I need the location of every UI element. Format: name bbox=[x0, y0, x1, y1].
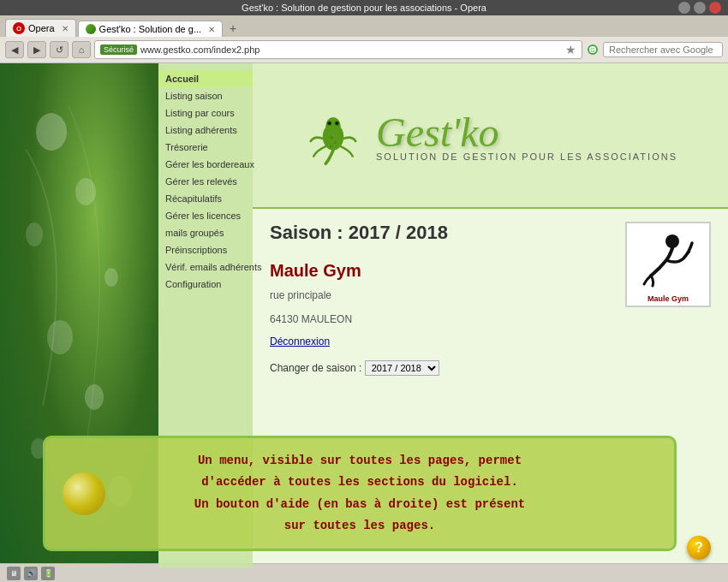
gecko-logo bbox=[303, 105, 363, 165]
sidebar-item-recapitulatifs[interactable]: Récapitulatifs bbox=[158, 190, 253, 207]
sidebar-item-configuration[interactable]: Configuration bbox=[158, 276, 253, 293]
svg-point-3 bbox=[104, 268, 118, 287]
season-select[interactable]: 2017 / 2018 bbox=[365, 360, 439, 376]
club-city: 64130 MAULEON bbox=[270, 312, 711, 327]
secure-badge: Sécurisé bbox=[100, 45, 137, 55]
bookmark-star[interactable]: ★ bbox=[565, 43, 576, 56]
gestko-favicon bbox=[86, 24, 96, 34]
home-button[interactable]: ⌂ bbox=[72, 41, 91, 58]
sidebar-item-listing-adherents[interactable]: Listing adhérents bbox=[158, 122, 253, 139]
sidebar-item-listing-saison[interactable]: Listing saison bbox=[158, 87, 253, 104]
svg-point-9 bbox=[325, 117, 341, 135]
sidebar-item-gerer-releves[interactable]: Gérer les relevés bbox=[158, 173, 253, 190]
title-bar: Gest'ko : Solution de gestion pour les a… bbox=[0, 0, 728, 15]
svg-point-16 bbox=[330, 146, 332, 148]
svg-point-4 bbox=[47, 320, 73, 354]
svg-point-0 bbox=[36, 113, 67, 151]
help-overlay: Un menu, visible sur toutes les pages, p… bbox=[43, 436, 677, 551]
tab-opera[interactable]: O Opera ✕ bbox=[5, 19, 76, 37]
window-controls bbox=[678, 2, 721, 14]
sidebar-item-preinscriptions[interactable]: Préinscriptions bbox=[158, 241, 253, 258]
sidebar-item-verif-emails[interactable]: Vérif. emails adhérents bbox=[158, 258, 253, 276]
sidebar-item-listing-cours[interactable]: Listing par cours bbox=[158, 104, 253, 122]
search-container: G bbox=[586, 42, 723, 57]
tab-gestko-label: Gest'ko : Solution de g... bbox=[99, 24, 202, 34]
new-tab-button[interactable]: + bbox=[224, 20, 242, 37]
sidebar-item-gerer-bordereaux[interactable]: Gérer les bordereaux bbox=[158, 156, 253, 173]
header: Gest'ko SOLUTION DE GESTION POUR LES ASS… bbox=[253, 63, 728, 209]
tab-bar: O Opera ✕ Gest'ko : Solution de g... ✕ + bbox=[0, 15, 728, 37]
tab-opera-close[interactable]: ✕ bbox=[62, 24, 69, 33]
address-bar-container: Sécurisé ★ bbox=[94, 40, 582, 59]
battery-icon[interactable]: 🔋 bbox=[41, 567, 55, 580]
speaker-icon[interactable]: 🔊 bbox=[24, 567, 38, 580]
address-bar[interactable] bbox=[140, 45, 562, 55]
monitor-icon[interactable]: 🖥 bbox=[7, 567, 21, 580]
svg-point-12 bbox=[328, 122, 331, 125]
maximize-button[interactable] bbox=[694, 2, 706, 14]
app-subtitle: SOLUTION DE GESTION POUR LES ASSOCIATION… bbox=[376, 151, 677, 162]
gymnast-svg bbox=[634, 226, 702, 294]
reload-button[interactable]: ↺ bbox=[50, 41, 69, 58]
app-title: Gest'ko bbox=[376, 109, 677, 156]
svg-point-17 bbox=[665, 235, 679, 248]
club-logo: Maule Gym bbox=[625, 222, 711, 307]
sidebar-item-gerer-licences[interactable]: Gérer les licences bbox=[158, 207, 253, 224]
svg-point-15 bbox=[334, 141, 337, 144]
svg-point-5 bbox=[85, 384, 104, 410]
search-engine-icon: G bbox=[586, 43, 600, 56]
help-button[interactable]: ? bbox=[687, 536, 711, 560]
back-button[interactable]: ◀ bbox=[5, 41, 24, 58]
club-logo-label: Maule Gym bbox=[647, 294, 689, 303]
logo-area: Gest'ko SOLUTION DE GESTION POUR LES ASS… bbox=[303, 105, 677, 165]
forward-button[interactable]: ▶ bbox=[27, 41, 46, 58]
status-bar: 🖥 🔊 🔋 bbox=[0, 563, 728, 582]
help-orb bbox=[63, 472, 105, 515]
change-season-label: Changer de saison : bbox=[270, 362, 361, 374]
sidebar-item-tresorerie[interactable]: Trésorerie bbox=[158, 139, 253, 156]
status-icons: 🖥 🔊 🔋 bbox=[7, 567, 55, 580]
deconnexion-link[interactable]: Déconnexion bbox=[270, 336, 711, 347]
nav-menu: Accueil Listing saison Listing par cours… bbox=[158, 63, 253, 293]
svg-point-2 bbox=[26, 223, 43, 246]
tab-gestko-close[interactable]: ✕ bbox=[208, 25, 215, 34]
sidebar-item-accueil[interactable]: Accueil bbox=[158, 70, 253, 87]
svg-point-13 bbox=[336, 122, 338, 125]
nav-bar: ◀ ▶ ↺ ⌂ Sécurisé ★ G bbox=[0, 37, 728, 63]
help-text: Un menu, visible sur toutes les pages, p… bbox=[177, 442, 542, 545]
browser-content: Gest'ko SOLUTION DE GESTION POUR LES ASS… bbox=[0, 63, 728, 568]
close-button[interactable] bbox=[709, 2, 721, 14]
tab-opera-label: Opera bbox=[28, 23, 55, 33]
opera-logo: O bbox=[13, 22, 25, 34]
window-title: Gest'ko : Solution de gestion pour les a… bbox=[0, 3, 728, 13]
search-input[interactable] bbox=[603, 42, 723, 57]
sidebar-item-mails-groupes[interactable]: mails groupés bbox=[158, 224, 253, 241]
change-season-row: Changer de saison : 2017 / 2018 bbox=[270, 360, 711, 376]
svg-point-14 bbox=[331, 136, 334, 140]
title-text-area: Gest'ko SOLUTION DE GESTION POUR LES ASS… bbox=[376, 109, 677, 162]
tab-gestko[interactable]: Gest'ko : Solution de g... ✕ bbox=[78, 21, 224, 37]
minimize-button[interactable] bbox=[678, 2, 690, 14]
